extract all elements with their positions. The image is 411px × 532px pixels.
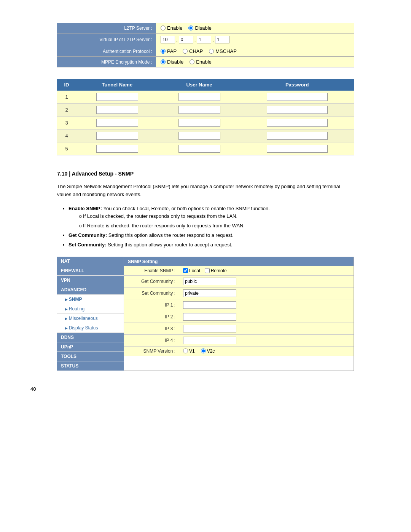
user-name-input-1[interactable] <box>178 93 220 101</box>
mppe-enable-option[interactable]: Enable <box>190 59 211 65</box>
snmp-remote-option[interactable]: Remote <box>205 268 227 273</box>
snmp-v1-option[interactable]: V1 <box>183 348 195 354</box>
sidebar-item-display-status[interactable]: Display Status <box>57 323 124 333</box>
l2tp-virtual-ip-row: Virtual IP of L2TP Server : . . . <box>57 34 354 46</box>
auth-protocol-row: Authentication Protocol : PAP CHAP MSCHA… <box>57 46 354 57</box>
user-name-input-5[interactable] <box>178 145 220 153</box>
sidebar-item-miscellaneous[interactable]: Miscellaneous <box>57 314 124 323</box>
password-input-3[interactable] <box>267 119 328 127</box>
snmp-layout: NAT FIREWALL VPN ADVANCED SNMP Routing M… <box>57 257 354 371</box>
l2tp-disable-option[interactable]: Disable <box>188 25 211 31</box>
password-input-1[interactable] <box>267 93 328 101</box>
tunnel-name-input-5[interactable] <box>96 145 138 153</box>
mppe-value: Disable Enable <box>156 57 354 67</box>
sidebar-item-tools[interactable]: TOOLS <box>57 352 124 361</box>
snmp-set-community-row: Set Community : <box>124 288 354 299</box>
snmp-remote-checkbox[interactable] <box>205 268 210 273</box>
mschap-option[interactable]: MSCHAP <box>209 48 237 54</box>
tunnel-table: ID Tunnel Name User Name Password 1 2 3 … <box>57 79 354 155</box>
password-input-2[interactable] <box>267 106 328 114</box>
user-name-input-2[interactable] <box>178 106 220 114</box>
table-row: 2 <box>57 104 354 117</box>
snmp-ip3-input[interactable] <box>183 325 236 332</box>
snmp-set-community-label: Set Community : <box>124 289 179 298</box>
l2tp-enable-option[interactable]: Enable <box>161 25 182 31</box>
snmp-enable-row: Enable SNMP : Local Remote <box>124 266 354 276</box>
row-id: 1 <box>57 91 76 104</box>
snmp-local-checkbox[interactable] <box>183 268 188 273</box>
l2tp-virtual-ip-label: Virtual IP of L2TP Server : <box>57 34 156 46</box>
table-row: 5 <box>57 142 354 155</box>
password-cell <box>240 142 354 155</box>
snmp-set-community-input[interactable] <box>183 289 236 297</box>
password-input-4[interactable] <box>267 132 328 140</box>
list-item: If Local is checked, the router responds… <box>79 212 354 220</box>
l2tp-disable-radio[interactable] <box>188 26 193 30</box>
sidebar-item-nat[interactable]: NAT <box>57 257 124 266</box>
password-input-5[interactable] <box>267 145 328 153</box>
tunnel-name-input-2[interactable] <box>96 106 138 114</box>
user-name-input-3[interactable] <box>178 119 220 127</box>
snmp-get-community-input[interactable] <box>183 278 236 285</box>
snmp-ip1-input[interactable] <box>183 301 236 309</box>
list-item: If Remote is checked, the router respond… <box>79 222 354 230</box>
snmp-ip3-value <box>179 323 354 334</box>
chap-option[interactable]: CHAP <box>183 48 203 54</box>
sidebar: NAT FIREWALL VPN ADVANCED SNMP Routing M… <box>57 257 124 371</box>
snmp-ip2-row: IP 2 : <box>124 311 354 323</box>
list-item: Get Community: Setting this option allow… <box>68 232 354 240</box>
mppe-enable-radio[interactable] <box>190 59 194 64</box>
row-id: 4 <box>57 129 76 142</box>
sidebar-item-ddns[interactable]: DDNS <box>57 333 124 342</box>
snmp-version-row: SNMP Version : V1 V2c <box>124 347 354 356</box>
snmp-v2c-radio[interactable] <box>201 348 206 353</box>
list-item: Enable SNMP: You can check Local, Remote… <box>68 205 354 230</box>
bullet-list: Enable SNMP: You can check Local, Remote… <box>68 205 354 249</box>
mppe-label: MPPE Encryption Mode : <box>57 57 156 67</box>
col-password: Password <box>240 79 354 91</box>
snmp-v2c-option[interactable]: V2c <box>201 348 215 354</box>
snmp-v1-radio[interactable] <box>183 348 188 353</box>
pap-option[interactable]: PAP <box>161 48 177 54</box>
sub-list: If Local is checked, the router responds… <box>79 212 354 230</box>
auth-protocol-label: Authentication Protocol : <box>57 46 156 57</box>
snmp-ip2-input[interactable] <box>183 313 236 321</box>
snmp-ip1-label: IP 1 : <box>124 300 179 310</box>
tunnel-name-input-4[interactable] <box>96 132 138 140</box>
snmp-panel: SNMP Setting Enable SNMP : Local Remote … <box>124 257 354 371</box>
chap-radio[interactable] <box>183 49 188 54</box>
snmp-local-option[interactable]: Local <box>183 268 200 273</box>
user-name-input-4[interactable] <box>178 132 220 140</box>
sidebar-item-firewall[interactable]: FIREWALL <box>57 266 124 276</box>
l2tp-server-row: L2TP Server : Enable Disable <box>57 23 354 34</box>
sidebar-item-routing[interactable]: Routing <box>57 304 124 314</box>
table-row: 4 <box>57 129 354 142</box>
col-id: ID <box>57 79 76 91</box>
l2tp-enable-radio[interactable] <box>161 26 166 30</box>
password-cell <box>240 117 354 129</box>
sidebar-item-status[interactable]: STATUS <box>57 361 124 371</box>
l2tp-server-label: L2TP Server : <box>57 23 156 34</box>
ip-octet-2[interactable] <box>179 36 193 43</box>
snmp-get-community-row: Get Community : <box>124 276 354 288</box>
ip-octet-3[interactable] <box>197 36 211 43</box>
pap-radio[interactable] <box>161 49 166 54</box>
tunnel-name-input-1[interactable] <box>96 93 138 101</box>
mschap-radio[interactable] <box>209 49 214 54</box>
user-name-cell <box>158 117 241 129</box>
snmp-ip4-input[interactable] <box>183 337 236 344</box>
sidebar-item-snmp[interactable]: SNMP <box>57 295 124 304</box>
mppe-disable-option[interactable]: Disable <box>161 59 183 65</box>
snmp-enable-label: Enable SNMP : <box>124 266 179 275</box>
ip-octet-4[interactable] <box>215 36 229 43</box>
user-name-cell <box>158 129 241 142</box>
col-tunnel-name: Tunnel Name <box>76 79 158 91</box>
sidebar-item-vpn[interactable]: VPN <box>57 276 124 285</box>
mppe-disable-radio[interactable] <box>161 59 166 64</box>
list-item: Set Community: Setting this option allow… <box>68 241 354 249</box>
ip-octet-1[interactable] <box>161 36 175 43</box>
sidebar-item-upnp[interactable]: UPnP <box>57 342 124 352</box>
tunnel-name-input-3[interactable] <box>96 119 138 127</box>
sidebar-item-advanced[interactable]: ADVANCED <box>57 285 124 295</box>
snmp-get-community-value <box>179 276 354 287</box>
